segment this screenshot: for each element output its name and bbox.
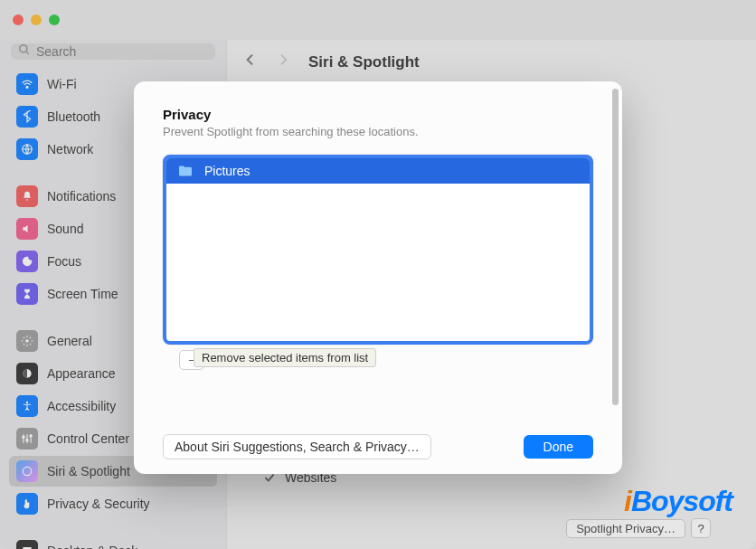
sheet-scrollbar[interactable] (612, 89, 619, 405)
sheet-description: Prevent Spotlight from searching these l… (163, 125, 593, 138)
about-siri-button[interactable]: About Siri Suggestions, Search & Privacy… (163, 434, 431, 459)
sheet-title: Privacy (163, 107, 593, 122)
watermark: iBoysoft (624, 485, 732, 518)
privacy-locations-list[interactable]: Pictures (163, 155, 593, 345)
privacy-location-label: Pictures (204, 164, 250, 178)
remove-tooltip: Remove selected items from list (194, 348, 376, 367)
done-button[interactable]: Done (524, 435, 593, 459)
privacy-location-item[interactable]: Pictures (166, 158, 590, 184)
privacy-sheet: Privacy Prevent Spotlight from searching… (134, 81, 622, 474)
folder-icon (177, 165, 194, 177)
